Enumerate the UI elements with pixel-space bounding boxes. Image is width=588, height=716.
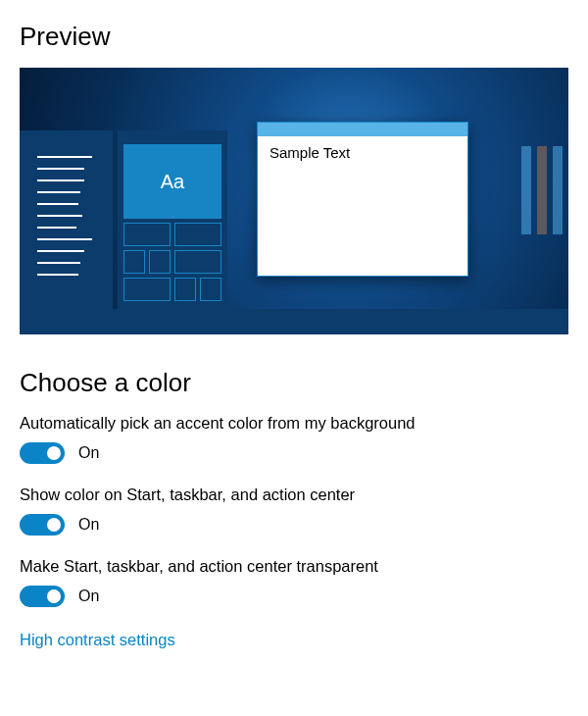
preview-start-list [20, 130, 113, 309]
choose-color-heading: Choose a color [20, 368, 568, 398]
show-color-label: Show color on Start, taskbar, and action… [20, 486, 568, 504]
auto-accent-status: On [78, 444, 99, 462]
preview-window-titlebar [258, 123, 467, 136]
preview-window-text: Sample Text [258, 136, 467, 169]
high-contrast-link[interactable]: High contrast settings [20, 631, 175, 649]
auto-accent-label: Automatically pick an accent color from … [20, 414, 568, 433]
preview-window: Sample Text [257, 122, 468, 277]
preview-start-tiles: Aa [118, 130, 227, 309]
show-color-status: On [78, 516, 99, 534]
preview-decorative-bars [521, 146, 563, 234]
transparent-label: Make Start, taskbar, and action center t… [20, 557, 568, 576]
show-color-toggle[interactable] [20, 514, 65, 536]
preview-pane: Aa Sample Text [20, 68, 568, 334]
transparent-status: On [78, 588, 99, 605]
transparent-toggle[interactable] [20, 586, 65, 607]
preview-tile-text: Aa [123, 144, 221, 219]
preview-heading: Preview [20, 22, 568, 52]
preview-taskbar [20, 309, 568, 334]
auto-accent-toggle[interactable] [20, 442, 65, 464]
